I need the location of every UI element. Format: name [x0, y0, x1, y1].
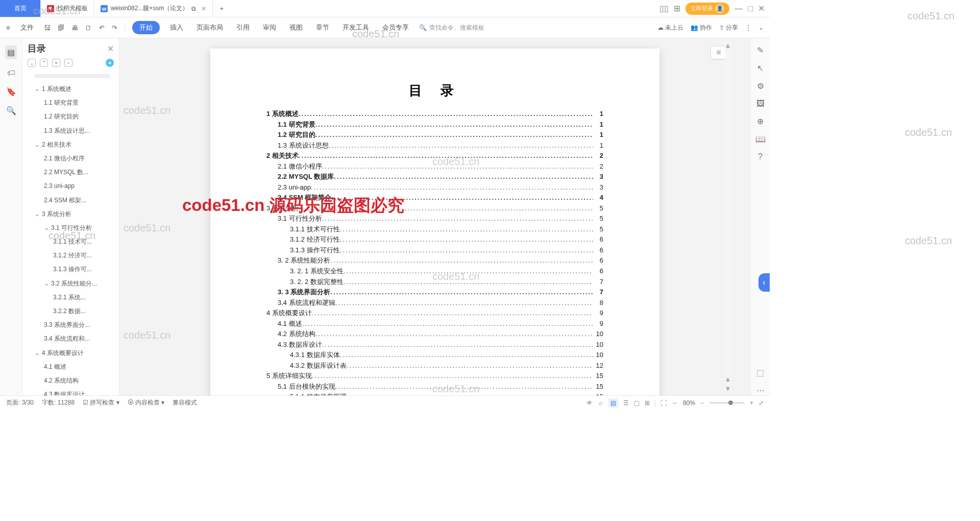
image-icon[interactable]: 🖼 — [756, 99, 765, 108]
grid-icon[interactable]: ⊞ — [674, 4, 680, 13]
tab-layout[interactable]: 页面布局 — [193, 21, 226, 34]
tab-insert[interactable]: 插入 — [167, 21, 186, 34]
scrollbar[interactable]: ▴ ▴ ▾ — [725, 38, 731, 395]
nav-item[interactable]: 1 系统概述 — [22, 82, 119, 96]
nav-item[interactable]: 2.3 uni-app — [22, 179, 119, 193]
close-window-icon[interactable]: ✕ — [758, 4, 765, 13]
bookmark-icon[interactable]: 🔖 — [6, 87, 16, 97]
more-tools-icon[interactable]: ⋯ — [756, 386, 765, 395]
nav-item[interactable]: 2.2 MYSQL 数... — [22, 165, 119, 179]
tab-pop-icon[interactable]: ⧉ — [191, 5, 196, 12]
nav-item[interactable]: 4 系统概要设计 — [22, 346, 119, 360]
cloud-status[interactable]: ☁ 未上云 — [657, 23, 683, 32]
nav-item[interactable]: 3.4 系统流程和... — [22, 332, 119, 346]
nav-item[interactable]: 3.1 可行性分析 — [22, 221, 119, 235]
save-icon[interactable]: 🖫 — [44, 24, 51, 32]
more-icon[interactable]: ⋮ — [745, 24, 751, 31]
nav-item[interactable]: 2.4 SSM 框架... — [22, 194, 119, 207]
tab-add[interactable]: + — [213, 0, 230, 17]
nav-tree[interactable]: 1 系统概述1.1 研究背景1.2 研究目的1.3 系统设计思...2 相关技术… — [22, 82, 119, 395]
sync-icon[interactable]: ✦ — [106, 59, 114, 67]
nav-item[interactable]: 1.1 研究背景 — [22, 96, 119, 110]
word-count[interactable]: 字数: 11288 — [42, 398, 75, 407]
scroll-down-icon[interactable]: ▾ — [726, 384, 730, 393]
nav-item[interactable]: 4.1 概述 — [22, 360, 119, 374]
bulb-icon[interactable]: ⊕ — [757, 116, 764, 126]
ribbon-search[interactable]: 🔍 查找命令、搜索模板 — [419, 23, 484, 32]
close-pane-icon[interactable]: ✕ — [107, 44, 114, 54]
content-check[interactable]: ⦿ 内容检查 ▾ — [128, 398, 165, 407]
nav-item[interactable]: 3.2.2 数据... — [22, 304, 119, 318]
save2-icon[interactable]: 🗐 — [58, 24, 64, 32]
nav-item[interactable]: 2.1 微信小程序 — [22, 152, 119, 165]
outline-icon[interactable]: ▤ — [5, 45, 17, 59]
nav-item[interactable]: 3.2.1 系统... — [22, 291, 119, 304]
tab-vip[interactable]: 会员专享 — [379, 21, 412, 34]
brightness-icon[interactable]: ☼ — [598, 399, 603, 407]
tab-ref[interactable]: 引用 — [233, 21, 253, 34]
nav-item[interactable]: 3.1.3 操作可... — [22, 263, 119, 276]
eye-icon[interactable]: 👁 — [586, 399, 593, 407]
spell-check[interactable]: ☑ 拼写检查 ▾ — [83, 398, 119, 407]
file-menu[interactable]: 文件 — [17, 21, 37, 34]
split-icon[interactable]: ▯▯ — [659, 4, 669, 13]
tab-review[interactable]: 审阅 — [260, 21, 279, 34]
nav-item[interactable]: 3.2 系统性能分... — [22, 277, 119, 291]
nav-item[interactable]: 1.2 研究目的 — [22, 110, 119, 124]
remove-icon[interactable]: − — [64, 59, 72, 67]
help-icon[interactable]: ? — [758, 152, 763, 161]
tab-document[interactable]: W weixin082...腿+ssm（论文） ⧉ ✕ — [94, 0, 213, 17]
book-icon[interactable]: 📖 — [755, 134, 766, 144]
compat-mode[interactable]: 兼容模式 — [173, 398, 197, 407]
nav-item[interactable]: 3.1.2 经济可... — [22, 249, 119, 263]
tab-dev[interactable]: 开发工具 — [339, 21, 372, 34]
view-page-icon[interactable]: ▤ — [608, 398, 618, 408]
nav-item[interactable]: 2 相关技术 — [22, 138, 119, 152]
nav-item[interactable]: 3.3 系统界面分... — [22, 318, 119, 332]
settings-icon[interactable]: ⚙ — [757, 81, 764, 91]
fit-width-icon[interactable]: ↔ — [672, 399, 678, 407]
tab-section[interactable]: 章节 — [313, 21, 332, 34]
search-icon[interactable]: 🔍 — [6, 106, 16, 115]
share-button[interactable]: ⇪ 分享 — [719, 23, 738, 32]
cursor-icon[interactable]: ↖ — [757, 63, 764, 73]
fit-icon[interactable]: ⛶ — [660, 399, 667, 407]
add-icon[interactable]: + — [52, 59, 60, 67]
zoom-out-icon[interactable]: − — [700, 399, 704, 407]
preview-icon[interactable]: 🗋 — [85, 24, 92, 32]
nav-item[interactable]: 3.1.1 技术可... — [22, 235, 119, 249]
expand-all-icon[interactable]: ⌃ — [40, 59, 48, 67]
print-icon[interactable]: 🖶 — [71, 24, 78, 32]
redo-icon[interactable]: ↷ — [112, 24, 117, 32]
maximize-icon[interactable]: □ — [748, 4, 753, 13]
zoom-level[interactable]: 80% — [683, 399, 695, 407]
collapse-all-icon[interactable]: ⌄ — [28, 59, 36, 67]
tag-icon[interactable]: 🏷 — [7, 68, 15, 78]
zoom-slider[interactable] — [709, 402, 745, 404]
collapse-ribbon-icon[interactable]: ⌄ — [758, 24, 764, 31]
undo-icon[interactable]: ↶ — [99, 24, 105, 32]
minimize-icon[interactable]: — — [734, 4, 743, 13]
menu-icon[interactable]: ≡ — [6, 24, 10, 32]
side-fab[interactable]: ‹ — [758, 273, 770, 292]
view-outline-icon[interactable]: ☰ — [623, 399, 629, 407]
fullscreen-icon[interactable]: ⤢ — [758, 399, 764, 407]
tab-start[interactable]: 开始 — [132, 21, 160, 34]
login-button[interactable]: 立即登录👤 — [685, 3, 729, 15]
scroll-up-icon[interactable]: ▴ — [726, 374, 730, 384]
nav-item[interactable]: 1.3 系统设计思... — [22, 124, 119, 138]
tools-icon[interactable]: ⬚ — [756, 368, 764, 377]
page-count[interactable]: 页面: 3/30 — [6, 398, 34, 407]
tab-home[interactable]: 首页 — [0, 0, 41, 17]
tab-templates[interactable]: 找稻壳模板 — [41, 0, 94, 17]
tab-view[interactable]: 视图 — [286, 21, 306, 34]
pen-icon[interactable]: ✎ — [757, 45, 764, 55]
view-read-icon[interactable]: ▢ — [634, 399, 640, 407]
collab-button[interactable]: 👥 协作 — [691, 23, 712, 32]
nav-item[interactable]: 4.3 数据库设计 — [22, 388, 119, 395]
nav-item[interactable]: 4.2 系统结构 — [22, 374, 119, 388]
nav-item[interactable]: 3 系统分析 — [22, 207, 119, 221]
zoom-in-icon[interactable]: + — [750, 399, 753, 407]
view-web-icon[interactable]: ⊞ — [645, 399, 650, 407]
document-area[interactable]: ≡ 目 录 1 系统概述11.1 研究背景11.2 研究目的11.3 系统设计思… — [119, 38, 750, 395]
